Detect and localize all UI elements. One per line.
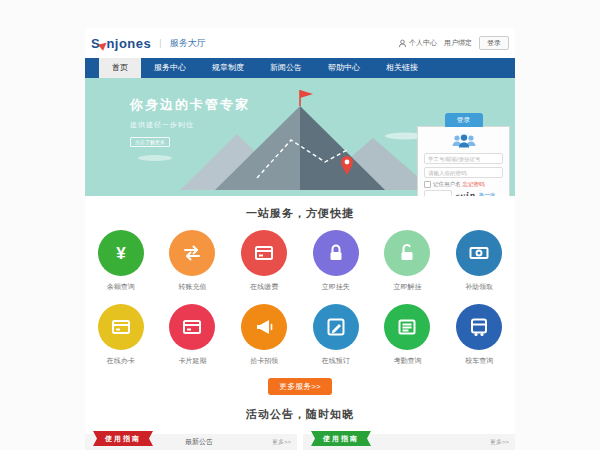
remember-label: 记住用户名 xyxy=(433,181,461,188)
lock-icon xyxy=(324,241,348,265)
megaphone-icon xyxy=(252,315,276,339)
guide-panel-right: 使用指南 更多>> xyxy=(303,434,515,450)
hero-banner: 你身边的卡管专家 提供捷径一步到位 点击了解更多 登录 记住用户名 忘记密码 xyxy=(85,78,515,196)
service-report-loss[interactable]: 立即挂失 xyxy=(300,225,372,299)
hero-cta-button[interactable]: 点击了解更多 xyxy=(130,137,170,147)
guide-ribbon-green[interactable]: 使用指南 xyxy=(311,431,371,446)
unlock-icon xyxy=(395,241,419,265)
list-icon xyxy=(395,315,419,339)
banknote-icon xyxy=(467,241,491,265)
service-subsidy[interactable]: 补助领取 xyxy=(443,225,515,299)
captcha-refresh-link[interactable]: 换一张 xyxy=(479,192,496,196)
bus-icon xyxy=(467,315,491,339)
bank-card-icon xyxy=(180,315,204,339)
brand-logo[interactable]: S▶njones | 服务大厅 xyxy=(91,36,206,51)
page: S▶njones | 服务大厅 个人中心 用户绑定 登录 首页 服务中心 规章制… xyxy=(85,28,515,450)
brand-tagline: 服务大厅 xyxy=(170,37,206,50)
site-header: S▶njones | 服务大厅 个人中心 用户绑定 登录 xyxy=(85,28,515,58)
service-online-booking[interactable]: 在线预订 xyxy=(300,299,372,373)
logo-divider: | xyxy=(159,38,161,48)
services-section: 一站服务，方便快捷 ¥ 余额查询 转账充值 在线缴费 立即挂失 立即解挂 xyxy=(85,196,515,397)
announcements-title: 活动公告，随时知晓 xyxy=(85,397,515,426)
guide-ribbon-red[interactable]: 使用指南 xyxy=(93,431,153,446)
service-transfer[interactable]: 转账充值 xyxy=(157,225,229,299)
users-icon xyxy=(449,133,479,150)
service-card-extend[interactable]: 卡片延期 xyxy=(157,299,229,373)
personal-center-link[interactable]: 个人中心 xyxy=(398,38,437,48)
service-balance[interactable]: ¥ 余额查询 xyxy=(85,225,157,299)
nav-item-home[interactable]: 首页 xyxy=(99,58,141,78)
bank-card-icon xyxy=(109,315,133,339)
main-nav: 首页 服务中心 规章制度 新闻公告 帮助中心 相关链接 xyxy=(85,58,515,78)
services-title: 一站服务，方便快捷 xyxy=(85,196,515,225)
yen-icon: ¥ xyxy=(109,241,133,265)
nav-item-news[interactable]: 新闻公告 xyxy=(257,58,315,78)
more-services-button[interactable]: 更多服务>> xyxy=(268,378,331,395)
password-input[interactable] xyxy=(424,167,503,178)
service-attendance[interactable]: 考勤查询 xyxy=(372,299,444,373)
service-apply-card[interactable]: 在线办卡 xyxy=(85,299,157,373)
remember-checkbox[interactable] xyxy=(424,181,431,188)
logo-arrow-icon: ▶ xyxy=(97,37,110,51)
nav-item-links[interactable]: 相关链接 xyxy=(373,58,431,78)
nav-item-service-center[interactable]: 服务中心 xyxy=(141,58,199,78)
hero-subtitle: 提供捷径一步到位 xyxy=(130,120,250,130)
username-input[interactable] xyxy=(424,153,503,164)
person-icon xyxy=(398,39,407,48)
more-link-right[interactable]: 更多>> xyxy=(490,438,509,447)
nav-item-rules[interactable]: 规章制度 xyxy=(199,58,257,78)
announcements-section: 活动公告，随时知晓 使用指南 最新公告 更多>> 使用指南 更多>> xyxy=(85,397,515,450)
nav-item-help[interactable]: 帮助中心 xyxy=(315,58,373,78)
service-cancel-loss[interactable]: 立即解挂 xyxy=(372,225,444,299)
service-found-cards[interactable]: 拾卡招领 xyxy=(228,299,300,373)
service-school-bus[interactable]: 校车查询 xyxy=(443,299,515,373)
header-login-button[interactable]: 登录 xyxy=(479,36,509,50)
hero-title: 你身边的卡管专家 xyxy=(130,96,250,114)
service-pay-online[interactable]: 在线缴费 xyxy=(228,225,300,299)
services-grid: ¥ 余额查询 转账充值 在线缴费 立即挂失 立即解挂 补助领取 xyxy=(85,225,515,373)
login-panel: 登录 记住用户名 忘记密码 cyjp 换一张 登录 xyxy=(417,126,510,196)
brand-name: S▶njones xyxy=(91,36,151,51)
latest-news-tab[interactable]: 最新公告 xyxy=(185,437,213,447)
login-tab[interactable]: 登录 xyxy=(445,113,483,127)
svg-text:¥: ¥ xyxy=(116,244,126,263)
forgot-password-link[interactable]: 忘记密码 xyxy=(463,181,485,188)
captcha-input[interactable] xyxy=(424,190,452,196)
user-binding-link[interactable]: 用户绑定 xyxy=(444,38,472,48)
guide-panel-left: 使用指南 最新公告 更多>> xyxy=(85,434,297,450)
transfer-icon xyxy=(180,241,204,265)
more-link-left[interactable]: 更多>> xyxy=(272,438,291,447)
captcha-image: cyjp xyxy=(455,189,476,196)
bank-card-icon xyxy=(252,241,276,265)
edit-icon xyxy=(324,315,348,339)
